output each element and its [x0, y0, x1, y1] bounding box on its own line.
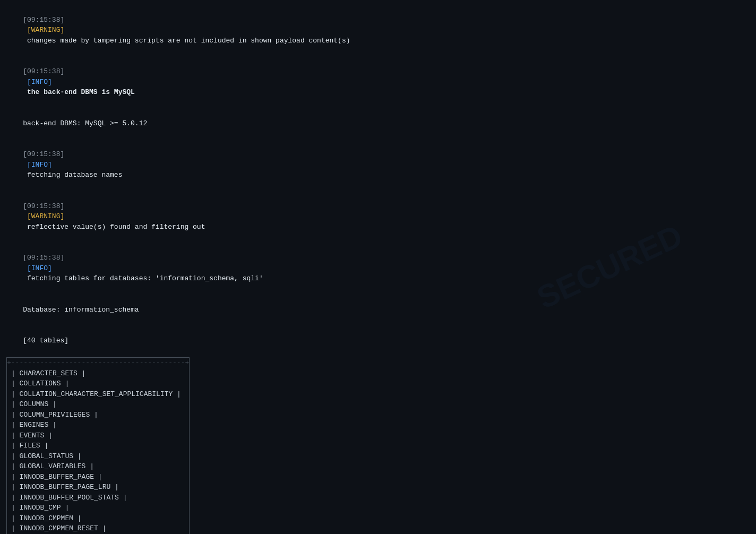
timestamp-6: [09:15:38]	[23, 254, 64, 262]
table-row: | COLLATIONS |	[7, 378, 189, 389]
table-row: | EVENTS |	[7, 430, 189, 441]
table-row: | CHARACTER_SETS |	[7, 368, 189, 379]
timestamp-1: [09:15:38]	[23, 16, 64, 24]
db-name-line: Database: information_schema	[6, 294, 750, 325]
tag-info-6: [INFO]	[23, 264, 52, 272]
table-row: | ENGINES |	[7, 420, 189, 430]
log-line-2: [09:15:38] [INFO] the back-end DBMS is M…	[6, 56, 750, 108]
table-row: | INNODB_CMP |	[7, 503, 189, 513]
dbms-version-text: back-end DBMS: MySQL >= 5.0.12	[23, 119, 147, 127]
table-row: | INNODB_BUFFER_PAGE |	[7, 472, 189, 483]
log-line-5: [09:15:38] [WARNING] reflective value(s)…	[6, 191, 750, 243]
information-schema-table: +---------------------------------------…	[6, 357, 190, 534]
log-text-5: reflective value(s) found and filtering …	[23, 223, 205, 231]
table-count-line: [40 tables]	[6, 325, 750, 357]
timestamp-5: [09:15:38]	[23, 202, 64, 210]
table-row: | GLOBAL_STATUS |	[7, 451, 189, 462]
timestamp-2: [09:15:38]	[23, 67, 64, 75]
table-row: | COLUMNS |	[7, 399, 189, 410]
tag-warning-5: [WARNING]	[23, 212, 64, 220]
tag-warning-1: [WARNING]	[23, 26, 64, 34]
log-text-2: the back-end DBMS is MySQL	[23, 88, 135, 96]
db-name-text: Database: information_schema	[23, 306, 139, 314]
table-count-text: [40 tables]	[23, 337, 68, 344]
log-text-1: changes made by tampering scripts are no…	[23, 37, 350, 45]
table-row: | INNODB_CMPMEM |	[7, 513, 189, 524]
table-row: | COLUMN_PRIVILEGES |	[7, 410, 189, 420]
terminal-output: [09:15:38] [WARNING] changes made by tam…	[6, 4, 750, 534]
table-row: | COLLATION_CHARACTER_SET_APPLICABILITY …	[7, 389, 189, 400]
table-top-border: +---------------------------------------…	[7, 358, 189, 368]
dbms-version-line: back-end DBMS: MySQL >= 5.0.12	[6, 108, 750, 139]
tag-info-2: [INFO]	[23, 78, 52, 86]
log-line-4: [09:15:38] [INFO] fetching database name…	[6, 139, 750, 191]
log-line-1: [09:15:38] [WARNING] changes made by tam…	[6, 4, 750, 56]
timestamp-4: [09:15:38]	[23, 150, 64, 158]
log-text-6: fetching tables for databases: 'informat…	[23, 274, 263, 282]
log-line-6: [09:15:38] [INFO] fetching tables for da…	[6, 243, 750, 295]
table-row: | FILES |	[7, 441, 189, 451]
tag-info-4: [INFO]	[23, 161, 52, 169]
table-row: | GLOBAL_VARIABLES |	[7, 461, 189, 472]
table-row: | INNODB_BUFFER_POOL_STATS |	[7, 493, 189, 503]
table-row: | INNODB_CMPMEM_RESET |	[7, 523, 189, 534]
log-text-4: fetching database names	[23, 171, 122, 179]
table-row: | INNODB_BUFFER_PAGE_LRU |	[7, 482, 189, 493]
